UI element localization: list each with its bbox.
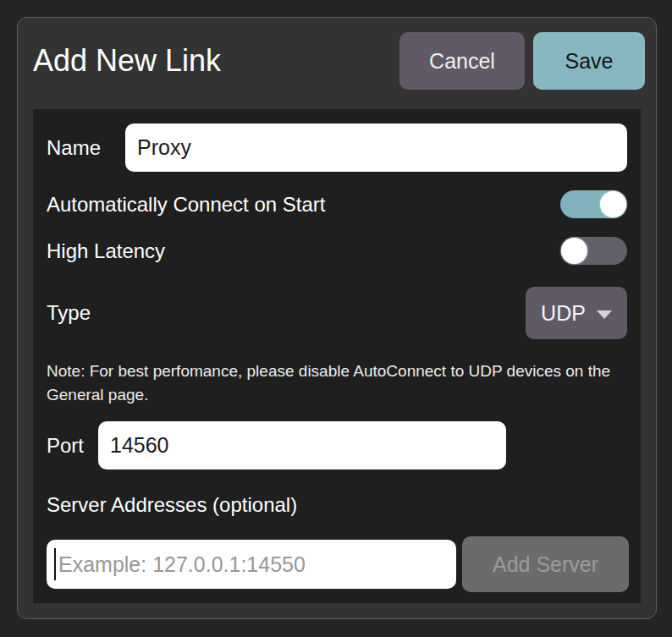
type-dropdown[interactable]: UDP bbox=[526, 287, 627, 339]
toggle-knob bbox=[561, 238, 587, 264]
name-input[interactable] bbox=[125, 124, 627, 172]
text-caret bbox=[54, 548, 56, 580]
add-server-button[interactable]: Add Server bbox=[462, 536, 629, 592]
type-label: Type bbox=[47, 301, 91, 325]
cancel-button[interactable]: Cancel bbox=[399, 32, 525, 90]
name-label: Name bbox=[47, 136, 125, 160]
port-label: Port bbox=[47, 434, 98, 458]
port-row: Port bbox=[47, 421, 627, 470]
dialog-header: Add New Link Cancel Save bbox=[18, 18, 656, 90]
save-button[interactable]: Save bbox=[533, 32, 645, 90]
server-addresses-label: Server Addresses (optional) bbox=[47, 492, 627, 518]
server-address-input-wrap bbox=[47, 540, 456, 589]
type-row: Type UDP bbox=[47, 287, 627, 339]
port-input[interactable] bbox=[98, 421, 506, 470]
type-dropdown-value: UDP bbox=[541, 301, 586, 326]
udp-note-text: Note: For best perfomance, please disabl… bbox=[47, 360, 624, 407]
server-address-row: Add Server bbox=[47, 536, 627, 592]
high-latency-toggle[interactable] bbox=[560, 237, 627, 265]
link-settings-panel: Name Automatically Connect on Start High… bbox=[33, 109, 641, 603]
chevron-down-icon bbox=[597, 310, 612, 319]
server-address-input[interactable] bbox=[47, 540, 456, 589]
add-new-link-dialog: Add New Link Cancel Save Name Automatica… bbox=[17, 17, 657, 619]
toggle-knob bbox=[600, 191, 626, 217]
auto-connect-label: Automatically Connect on Start bbox=[47, 193, 326, 217]
high-latency-label: High Latency bbox=[47, 239, 165, 263]
auto-connect-row: Automatically Connect on Start bbox=[47, 190, 627, 218]
high-latency-row: High Latency bbox=[47, 237, 627, 265]
dialog-title: Add New Link bbox=[33, 43, 399, 79]
auto-connect-toggle[interactable] bbox=[560, 190, 627, 218]
name-row: Name bbox=[47, 124, 627, 172]
